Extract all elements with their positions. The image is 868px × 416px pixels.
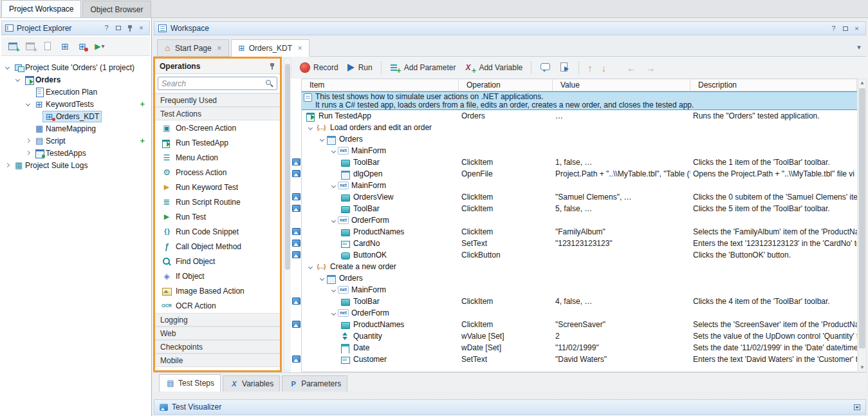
run-button[interactable]: Run (347, 63, 373, 72)
visualizer-thumbnail-icon[interactable] (292, 321, 300, 328)
tab-variables[interactable]: Variables (223, 375, 280, 392)
visualizer-slot[interactable] (291, 295, 301, 307)
close-panel-icon[interactable]: × (852, 24, 862, 33)
add-variable-button[interactable]: Add Variable (465, 63, 522, 73)
export-item-button[interactable] (40, 39, 55, 54)
step-row-load-orders-and-edit-an-order[interactable]: {…}Load orders and edit an order (302, 122, 857, 133)
visualizer-thumbnail-icon[interactable] (292, 240, 300, 247)
chevron-down-icon[interactable] (329, 149, 338, 153)
move-left-icon[interactable]: ← (627, 62, 636, 73)
move-up-icon[interactable]: ↑ (587, 62, 593, 73)
search-input[interactable] (158, 77, 277, 90)
column-header-operation[interactable]: Operation (459, 79, 553, 91)
chevron-down-icon[interactable] (13, 78, 22, 81)
step-row-buttonok[interactable]: ButtonOKClickButtonClicks the 'ButtonOK'… (302, 249, 857, 261)
close-tab-icon[interactable]: × (296, 44, 304, 53)
operation-if-object[interactable]: If Object (155, 269, 280, 283)
help-icon[interactable]: ? (829, 24, 838, 33)
record-button[interactable]: Record (300, 63, 338, 72)
expand-panel-icon[interactable] (854, 404, 860, 410)
operation-ocr-action[interactable]: OCR Action (155, 298, 280, 313)
chevron-down-icon[interactable] (329, 219, 338, 222)
convert-to-script-button[interactable] (560, 62, 570, 73)
step-row-run-testedapp[interactable]: Run TestedAppOrders…Runs the "Orders" te… (302, 110, 857, 122)
visualizer-slot[interactable] (291, 237, 301, 249)
add-project-item-button[interactable] (5, 39, 21, 54)
record-keyword-test-button[interactable]: ⊞ (75, 39, 90, 54)
close-tab-icon[interactable]: × (216, 44, 223, 53)
operation-menu-action[interactable]: Menu Action (155, 150, 280, 165)
add-existing-item-button[interactable] (23, 39, 38, 54)
tab-parameters[interactable]: Parameters (282, 375, 347, 392)
step-row-quantity[interactable]: QuantitywValue [Set]2Sets the value of t… (302, 330, 857, 342)
tree-item-script[interactable]: Script+ (0, 135, 151, 147)
operation-process-action[interactable]: Process Action (155, 165, 280, 180)
visualizer-thumbnail-icon[interactable] (292, 193, 300, 200)
visualizer-thumbnail-icon[interactable] (292, 355, 300, 363)
scroll-down-icon[interactable]: ▼ (860, 364, 865, 372)
test-visualizer-bar[interactable]: Test Visualizer (154, 399, 866, 415)
tree-item-execution-plan[interactable]: Execution Plan (0, 86, 151, 98)
add-item-button[interactable]: + (140, 99, 145, 109)
visualizer-slot[interactable] (291, 156, 301, 167)
operations-category-frequently-used[interactable]: Frequently Used (155, 93, 280, 107)
add-parameter-button[interactable]: Add Parameter (390, 63, 456, 73)
operation-call-object-method[interactable]: Call Object Method (155, 239, 280, 254)
step-row-toolbar[interactable]: ToolBarClickItem1, false, …Clicks the 1 … (302, 156, 857, 168)
visualizer-thumbnail-icon[interactable] (292, 170, 300, 177)
step-row-cardno[interactable]: CardNoSetText"123123123123"Enters the te… (302, 238, 857, 249)
step-row-mainform[interactable]: netMainForm (302, 180, 857, 191)
tree-item-orders-kdt[interactable]: Orders_KDT (0, 110, 151, 122)
visualizer-thumbnail-icon[interactable] (292, 228, 300, 235)
tree-item-orders[interactable]: Orders (0, 73, 151, 86)
operation-run-code-snippet[interactable]: Run Code Snippet (155, 224, 280, 239)
tab-list-dropdown-icon[interactable]: ▾ (852, 43, 866, 52)
operations-category-mobile[interactable]: Mobile (155, 354, 280, 367)
operation-run-testedapp[interactable]: Run TestedApp (155, 135, 280, 150)
tree-item-namemapping[interactable]: NameMapping (0, 122, 151, 135)
step-row-create-a-new-order[interactable]: {…}Create a new order (302, 261, 857, 272)
chevron-down-icon[interactable] (3, 66, 12, 69)
operation-on-screen-action[interactable]: On-Screen Action (155, 120, 280, 135)
chevron-down-icon[interactable] (329, 312, 338, 315)
chevron-right-icon[interactable] (3, 164, 12, 167)
chevron-down-icon[interactable] (317, 138, 326, 141)
visualizer-thumbnail-icon[interactable] (292, 251, 300, 258)
chevron-right-icon[interactable] (23, 151, 32, 155)
tree-item-testedapps[interactable]: TestedApps (0, 147, 151, 159)
step-row-orderform[interactable]: netOrderForm (302, 307, 857, 319)
operations-category-logging[interactable]: Logging (155, 313, 280, 326)
tree-item-project-suite-logs[interactable]: Project Suite Logs (0, 159, 151, 171)
add-comment-button[interactable] (540, 62, 551, 73)
visualizer-thumbnail-icon[interactable] (292, 158, 300, 165)
column-header-value[interactable]: Value (553, 79, 690, 91)
step-row-toolbar[interactable]: ToolBarClickItem4, false, …Clicks the 4 … (302, 296, 857, 307)
float-panel-icon[interactable] (840, 24, 850, 33)
visualizer-slot[interactable] (291, 225, 301, 237)
operations-category-test-actions[interactable]: Test Actions (155, 107, 280, 120)
operation-run-test[interactable]: Run Test (155, 209, 280, 224)
tree-item-keywordtests[interactable]: KeywordTests+ (0, 98, 151, 110)
step-row-orders[interactable]: Orders (302, 272, 857, 284)
visualizer-slot[interactable] (291, 318, 301, 330)
chevron-right-icon[interactable] (23, 139, 32, 142)
visualizer-slot[interactable] (291, 167, 301, 179)
close-panel-icon[interactable]: × (136, 23, 146, 33)
step-row-productnames[interactable]: ProductNamesClickItem"FamilyAlbum"Select… (302, 226, 857, 238)
tab-test-steps[interactable]: Test Steps (159, 374, 221, 392)
operations-category-web[interactable]: Web (155, 326, 280, 340)
step-row-dlgopen[interactable]: dlgOpenOpenFileProject.Path + "..\\MyTab… (302, 168, 857, 180)
float-panel-icon[interactable] (113, 23, 123, 33)
doc-tab-orders-kdt[interactable]: Orders_KDT× (231, 39, 309, 57)
scroll-up-icon[interactable]: ▲ (860, 79, 865, 87)
move-right-icon[interactable]: → (645, 62, 655, 73)
chevron-down-icon[interactable] (23, 102, 32, 106)
chevron-down-icon[interactable] (329, 184, 338, 187)
visualizer-slot[interactable] (291, 249, 301, 260)
visualizer-slot[interactable] (291, 353, 301, 364)
tree-item-project-suite-orders-1-project[interactable]: Project Suite 'Orders' (1 project) (0, 61, 151, 73)
chevron-down-icon[interactable] (306, 126, 315, 129)
scrollbar-thumb[interactable] (859, 88, 865, 348)
top-tab-project-workspace[interactable]: Project Workspace (1, 0, 81, 17)
edit-keyword-test-button[interactable]: ⊞ (57, 39, 73, 54)
